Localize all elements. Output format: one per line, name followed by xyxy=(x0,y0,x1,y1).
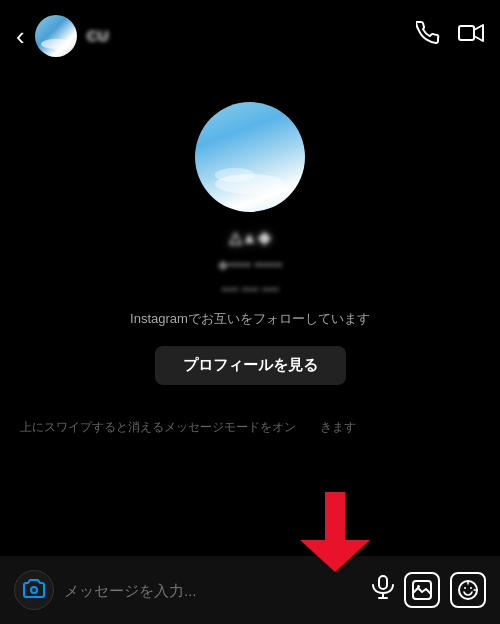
svg-rect-2 xyxy=(325,492,345,542)
input-bar xyxy=(0,556,500,624)
header-actions xyxy=(416,21,484,51)
svg-rect-0 xyxy=(459,26,474,40)
svg-marker-3 xyxy=(300,540,370,572)
svg-point-12 xyxy=(470,587,472,589)
message-input[interactable] xyxy=(64,582,362,599)
profile-avatar xyxy=(195,102,305,212)
back-button[interactable]: ‹ xyxy=(16,23,25,49)
profile-info-line: ▪▪▪▪ ▪▪▪▪ ▪▪▪▪ xyxy=(221,282,279,296)
video-icon[interactable] xyxy=(458,21,484,51)
hint-area: 上にスワイプすると消えるメッセージモードをオン きます xyxy=(0,405,500,442)
red-arrow-overlay xyxy=(300,492,370,576)
svg-rect-5 xyxy=(379,576,387,589)
header-user-info: CU xyxy=(87,27,416,46)
image-icon xyxy=(412,580,432,600)
svg-point-11 xyxy=(464,587,466,589)
header: ‹ CU xyxy=(0,0,500,72)
view-profile-button[interactable]: プロフィールを見る xyxy=(155,346,346,385)
camera-button[interactable] xyxy=(14,570,54,610)
profile-name: △▲◆ xyxy=(229,228,272,247)
sticker-button[interactable] xyxy=(450,572,486,608)
header-avatar xyxy=(35,15,77,57)
sticker-icon xyxy=(458,580,478,600)
svg-marker-1 xyxy=(474,25,483,41)
header-username[interactable]: CU xyxy=(87,27,416,44)
svg-point-4 xyxy=(31,587,37,593)
profile-section: △▲◆ ◆▪▪▪▪▪ ▪▪▪▪▪▪ ▪▪▪▪ ▪▪▪▪ ▪▪▪▪ Instagr… xyxy=(0,72,500,405)
phone-icon[interactable] xyxy=(416,21,440,51)
mic-button[interactable] xyxy=(372,575,394,605)
profile-follow-status: Instagramでお互いをフォローしています xyxy=(130,310,370,328)
camera-icon xyxy=(23,578,45,603)
image-button[interactable] xyxy=(404,572,440,608)
hint-text: 上にスワイプすると消えるメッセージモードをオン きます xyxy=(20,420,356,434)
profile-handle: ◆▪▪▪▪▪ ▪▪▪▪▪▪ xyxy=(218,257,282,272)
down-arrow-icon xyxy=(300,492,370,572)
